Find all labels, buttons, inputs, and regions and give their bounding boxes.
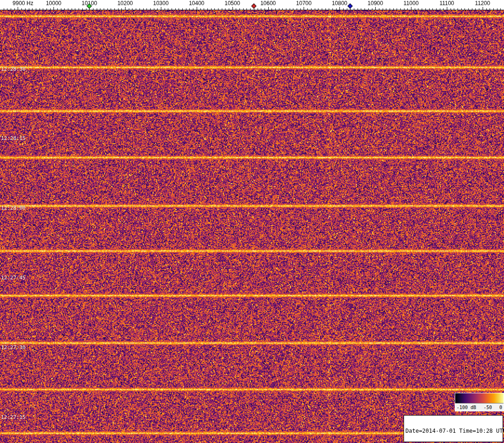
spectrogram-waterfall[interactable]: [0, 10, 504, 443]
info-box: Date=2014-07-01 Time=10:28 UTC Freq=143 …: [404, 415, 503, 442]
colorbar-min-label: -100 dB: [457, 405, 476, 410]
freq-tick-label: 10400: [189, 0, 204, 7]
time-tick-label: 12:28:00: [1, 205, 26, 211]
freq-tick-label: 10200: [117, 0, 133, 7]
spectrogram-app: 9900 Hz100001010010200103001040010500106…: [0, 0, 504, 443]
freq-tick-label: 11200: [475, 0, 490, 7]
colorbar-mid-label: -50: [484, 405, 492, 410]
amplitude-colorbar: -100 dB -50 0: [455, 393, 504, 411]
freq-tick-label: 10900: [368, 0, 383, 7]
freq-tick-label: 10800: [332, 0, 347, 7]
freq-tick-label: 10700: [296, 0, 312, 7]
time-tick-label: 12:28:15: [1, 135, 26, 141]
time-tick-label: 12:27:30: [1, 344, 26, 350]
freq-tick-label: 10300: [153, 0, 168, 7]
colorbar-gradient: [455, 393, 504, 403]
time-tick-label: 12:27:15: [1, 414, 26, 420]
colorbar-max-label: 0: [499, 405, 502, 410]
waterfall-canvas[interactable]: [0, 10, 504, 443]
info-date-time: Date=2014-07-01 Time=10:28 UTC: [405, 428, 501, 434]
time-tick-label: 12:28:30: [1, 66, 26, 72]
freq-tick-label: 10600: [260, 0, 276, 7]
frequency-ruler[interactable]: 9900 Hz100001010010200103001040010500106…: [0, 0, 504, 10]
freq-tick-label: 11100: [439, 0, 454, 7]
colorbar-scale: -100 dB -50 0: [455, 403, 504, 411]
freq-tick-label: 11000: [404, 0, 418, 7]
time-tick-label: 12:27:45: [1, 275, 26, 281]
freq-tick-label: 10000: [46, 0, 61, 7]
freq-tick-label: 9900 Hz: [13, 0, 33, 7]
freq-tick-label: 10500: [225, 0, 240, 7]
